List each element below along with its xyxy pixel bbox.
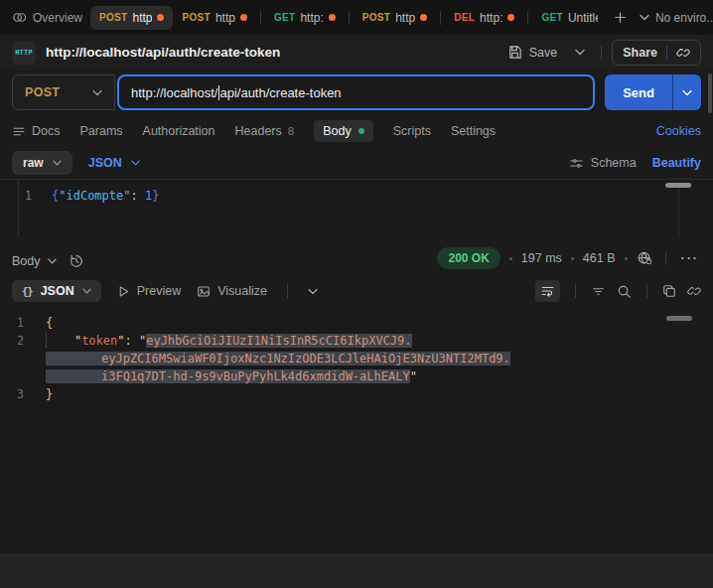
docs-icon bbox=[12, 125, 26, 138]
separator-dot bbox=[509, 257, 512, 260]
copy-icon[interactable] bbox=[662, 284, 676, 298]
method-value: POST bbox=[25, 85, 60, 99]
divider bbox=[665, 251, 666, 265]
response-header: Body 200 OK 197 ms 461 B ··· bbox=[0, 236, 713, 276]
headers-count-badge: 8 bbox=[288, 125, 294, 137]
tab-headers-label: Headers bbox=[235, 124, 282, 138]
new-tab-button[interactable] bbox=[607, 6, 634, 29]
tab-divider bbox=[260, 11, 261, 25]
request-tab-4[interactable]: POST http bbox=[354, 6, 436, 30]
response-line-2-wrap-1: eyJpZCI6MSwiaWF0IjoxNzc1NzIzODE3LCJleHAi… bbox=[0, 350, 713, 368]
editor-scrollbar-thumb[interactable] bbox=[665, 183, 691, 188]
request-tab-5[interactable]: DEL http: bbox=[445, 6, 523, 30]
tab-headers[interactable]: Headers 8 bbox=[235, 124, 295, 138]
response-scrollbar-thumb[interactable] bbox=[666, 316, 692, 321]
more-actions-button[interactable]: ··· bbox=[679, 251, 702, 265]
visualize-label: Visualize bbox=[217, 284, 267, 298]
beautify-button[interactable]: Beautify bbox=[652, 156, 701, 170]
code-key: "idCompte" bbox=[59, 187, 130, 205]
response-toolbar: {} JSON Preview Visualize bbox=[0, 276, 713, 306]
schema-button[interactable]: Schema bbox=[569, 156, 637, 170]
tab-method: DEL bbox=[454, 12, 475, 23]
request-title-bar: HTTP http://localhost/api/auth/create-to… bbox=[0, 35, 713, 70]
request-tab-6[interactable]: GET Untitle bbox=[532, 6, 606, 30]
request-tab-3[interactable]: GET http: bbox=[265, 6, 345, 30]
save-options-chevron[interactable] bbox=[569, 45, 591, 60]
line-number-empty bbox=[0, 350, 46, 368]
wrap-text-button[interactable] bbox=[535, 280, 560, 302]
overview-tab[interactable]: Overview bbox=[8, 10, 90, 25]
tab-docs[interactable]: Docs bbox=[12, 124, 60, 138]
tab-label: http bbox=[132, 11, 152, 25]
network-info-icon[interactable] bbox=[637, 250, 652, 266]
status-badge[interactable]: 200 OK bbox=[437, 247, 499, 269]
method-dropdown[interactable]: POST bbox=[12, 74, 115, 110]
save-button[interactable]: Save bbox=[501, 40, 564, 65]
tab-options-chevron[interactable] bbox=[634, 10, 655, 25]
json-brace: { bbox=[46, 314, 53, 332]
tab-authorization[interactable]: Authorization bbox=[143, 124, 215, 138]
tab-body[interactable]: Body bbox=[314, 120, 373, 142]
body-language-value: JSON bbox=[88, 156, 122, 170]
body-mode-dropdown[interactable]: raw bbox=[12, 151, 72, 175]
share-link-icon[interactable] bbox=[676, 46, 690, 60]
divider bbox=[666, 46, 667, 60]
tab-params-label: Params bbox=[79, 124, 122, 138]
response-body-dropdown[interactable]: Body bbox=[12, 254, 57, 268]
link-icon[interactable] bbox=[687, 284, 701, 298]
tab-scripts-label: Scripts bbox=[393, 124, 431, 138]
url-text-after-cursor: api/auth/create-token bbox=[219, 85, 341, 100]
url-input[interactable]: http://localhost/ api/auth/create-token bbox=[117, 74, 595, 110]
response-line-3: 3 } bbox=[0, 385, 713, 403]
tab-scripts[interactable]: Scripts bbox=[393, 124, 431, 138]
quote: " bbox=[410, 369, 417, 383]
response-line-2: 2 "token": "eyJhbGciOiJIUzI1NiIsInR5cCI6… bbox=[0, 332, 713, 350]
json-brace: } bbox=[46, 385, 53, 403]
request-tab-2[interactable]: POST http bbox=[173, 6, 255, 30]
request-tab-1[interactable]: POST http bbox=[90, 6, 173, 30]
filter-icon[interactable] bbox=[591, 285, 606, 298]
tab-label: http bbox=[395, 11, 415, 25]
request-body-editor[interactable]: 1 {"idCompte": 1} bbox=[0, 179, 713, 236]
unsaved-dot bbox=[420, 14, 427, 21]
overview-icon bbox=[12, 10, 27, 25]
tab-label: http: bbox=[480, 11, 502, 25]
tab-label: Untitle bbox=[568, 11, 598, 25]
tab-divider bbox=[527, 11, 528, 25]
history-icon[interactable] bbox=[69, 253, 84, 269]
line-number-empty bbox=[0, 368, 46, 385]
environment-area: No enviro... bbox=[655, 10, 713, 25]
search-icon[interactable] bbox=[617, 284, 632, 299]
overview-label: Overview bbox=[33, 11, 82, 25]
tab-params[interactable]: Params bbox=[79, 124, 122, 138]
send-button[interactable]: Send bbox=[605, 74, 672, 110]
cookies-link[interactable]: Cookies bbox=[656, 124, 701, 138]
tab-settings[interactable]: Settings bbox=[451, 124, 496, 138]
selected-token-text: i3FQ1q7DT-hd-9s9vBuPyPyhLk4d6xmdidW-aLhE… bbox=[46, 369, 410, 383]
preview-label: Preview bbox=[137, 284, 181, 298]
page-scrollbar-thumb[interactable] bbox=[708, 74, 712, 113]
method-chevron-icon bbox=[92, 89, 102, 96]
response-time[interactable]: 197 ms bbox=[521, 251, 562, 265]
body-language-dropdown[interactable]: JSON bbox=[88, 156, 140, 170]
environment-selector[interactable]: No enviro... bbox=[655, 11, 713, 25]
request-tabs-bar: Docs Params Authorization Headers 8 Body… bbox=[0, 115, 713, 147]
response-line-1: 1 { bbox=[0, 314, 713, 332]
share-button[interactable]: Share bbox=[612, 40, 701, 66]
preview-button[interactable]: Preview bbox=[117, 284, 181, 298]
body-type-bar: raw JSON Schema Beautify bbox=[0, 147, 713, 179]
response-body-viewer[interactable]: 1 { 2 "token": "eyJhbGciOiJIUzI1NiIsInR5… bbox=[0, 306, 713, 554]
request-title: http://localhost/api/auth/create-token bbox=[46, 45, 280, 60]
share-label: Share bbox=[623, 46, 657, 60]
visualize-button[interactable]: Visualize bbox=[197, 284, 267, 298]
divider bbox=[601, 46, 602, 60]
response-format-dropdown[interactable]: {} JSON bbox=[12, 280, 101, 302]
json-token-wrapped: eyJpZCI6MSwiaWF0IjoxNzc1NzIzODE3LCJleHAi… bbox=[46, 350, 510, 368]
tab-body-label: Body bbox=[323, 124, 352, 138]
save-icon bbox=[507, 45, 522, 60]
unsaved-dot bbox=[240, 14, 247, 21]
visualize-options-chevron[interactable] bbox=[308, 288, 318, 295]
response-size[interactable]: 461 B bbox=[583, 251, 616, 265]
send-options-chevron[interactable] bbox=[672, 74, 701, 110]
response-body-label: Body bbox=[12, 254, 41, 268]
